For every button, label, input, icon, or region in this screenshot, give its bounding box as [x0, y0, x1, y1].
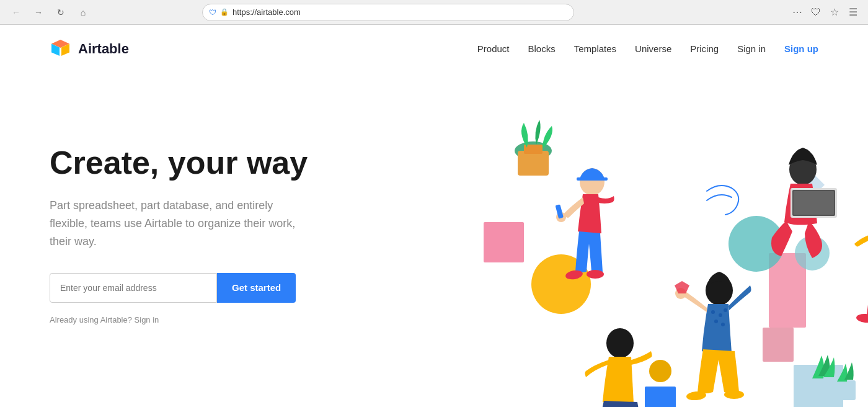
svg-point-24 [856, 313, 868, 324]
svg-rect-0 [484, 222, 524, 262]
svg-point-33 [724, 390, 744, 399]
security-shield-icon: 🛡 [209, 8, 216, 17]
hero-title: Create, your way [50, 145, 308, 182]
nav-pricing[interactable]: Pricing [690, 43, 719, 54]
svg-point-31 [721, 323, 725, 326]
svg-point-30 [714, 320, 718, 323]
svg-point-8 [649, 360, 671, 382]
svg-rect-22 [794, 191, 834, 215]
svg-rect-39 [812, 377, 834, 401]
menu-icon[interactable]: ☰ [846, 5, 861, 20]
refresh-button[interactable]: ↻ [52, 4, 69, 21]
svg-rect-40 [837, 380, 856, 400]
bookmark-star-icon[interactable]: ☆ [827, 5, 842, 20]
email-input[interactable] [50, 273, 217, 303]
svg-point-28 [719, 313, 722, 317]
nav-universe[interactable]: Universe [635, 43, 671, 54]
nav-signup[interactable]: Sign up [784, 43, 818, 54]
svg-rect-11 [518, 151, 549, 176]
page-wrapper: Airtable Product Blocks Templates Univer… [0, 25, 868, 407]
firefox-account-icon[interactable]: 🛡 [808, 5, 823, 20]
more-options-icon[interactable]: ⋯ [790, 5, 805, 20]
nav-templates[interactable]: Templates [574, 43, 616, 54]
already-using-text: Already using Airtable? Sign in [50, 315, 308, 324]
get-started-button[interactable]: Get started [217, 273, 296, 303]
url-text: https://airtable.com [232, 7, 301, 17]
nav-blocks[interactable]: Blocks [528, 43, 556, 54]
address-bar[interactable]: 🛡 🔒 https://airtable.com [202, 4, 574, 21]
hero-text-block: Create, your way Part spreadsheet, part … [50, 145, 308, 324]
svg-point-29 [724, 308, 727, 312]
hero-cta: Get started [50, 273, 308, 303]
svg-rect-14 [577, 177, 608, 181]
hero-section: Create, your way Part spreadsheet, part … [0, 73, 868, 383]
browser-toolbar-right: ⋯ 🛡 ☆ ☰ [790, 5, 861, 20]
hero-illustration [403, 61, 868, 407]
svg-rect-6 [763, 328, 794, 362]
svg-point-27 [711, 310, 715, 314]
lock-icon: 🔒 [220, 8, 229, 16]
browser-chrome: ← → ↻ ⌂ 🛡 🔒 https://airtable.com ⋯ 🛡 ☆ ☰ [0, 0, 868, 25]
svg-rect-9 [645, 387, 676, 407]
hero-subtitle: Part spreadsheet, part database, and ent… [50, 197, 298, 250]
logo-icon [50, 37, 73, 61]
nav-links: Product Blocks Templates Universe Pricin… [477, 43, 818, 55]
nav-product[interactable]: Product [477, 43, 510, 54]
svg-point-16 [587, 270, 604, 279]
logo-text: Airtable [78, 41, 129, 57]
logo-link[interactable]: Airtable [50, 37, 129, 61]
nav-signin[interactable]: Sign in [737, 43, 766, 54]
back-button[interactable]: ← [7, 4, 25, 21]
forward-button[interactable]: → [30, 4, 47, 21]
home-button[interactable]: ⌂ [74, 4, 92, 21]
svg-point-36 [606, 328, 634, 358]
